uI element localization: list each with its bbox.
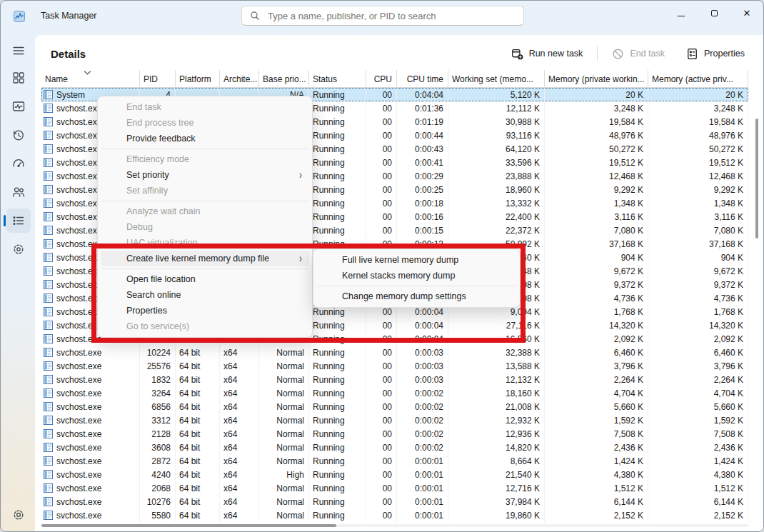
column-header-mem_private[interactable]: Memory (private workin...	[545, 70, 648, 87]
table-row[interactable]: svchost.exe685664 bitx64NormalRunning000…	[41, 400, 748, 413]
horizontal-scrollbar-thumb[interactable]	[41, 524, 336, 527]
sidebar-item-startup-apps[interactable]	[6, 151, 31, 176]
search-icon	[250, 11, 260, 21]
cell-cpu_time: 0:00:16	[397, 210, 448, 224]
cell-mem_private: 1,592 K	[545, 413, 648, 427]
submenu-item-full-live-kernel-memory-dump[interactable]: Full live kernel memory dump	[316, 252, 517, 268]
context-menu-item-set-priority[interactable]: Set priority›	[101, 167, 309, 183]
navigation-menu-button[interactable]	[6, 39, 31, 63]
maximize-button[interactable]	[698, 1, 730, 25]
cell-working_set: 12,936 K	[448, 427, 545, 441]
context-menu-item-label: Search online	[126, 290, 302, 300]
cell-cpu: 00	[366, 346, 397, 359]
cell-mem_active: 5,660 K	[648, 400, 748, 413]
sidebar-item-users[interactable]	[6, 180, 31, 204]
column-header-cpu_time[interactable]: CPU time	[397, 70, 448, 87]
sidebar-item-details[interactable]	[6, 209, 31, 233]
app-window-icon	[44, 348, 53, 357]
cell-arch: x64	[220, 468, 259, 481]
column-header-cpu[interactable]: CPU	[366, 70, 397, 87]
cell-name: svchost.exe	[41, 400, 140, 413]
process-name: svchost.exe	[56, 104, 101, 114]
table-row[interactable]: svchost.exe326464 bitx64NormalRunning000…	[41, 386, 748, 400]
cell-mem_active: 1,424 K	[648, 454, 748, 468]
context-menu-item-create-live-kernel-memory-dump-file[interactable]: Create live kernel memory dump file›	[101, 251, 309, 266]
column-header-working_set[interactable]: Working set (memo...	[448, 70, 545, 87]
cell-working_set: 5,120 K	[448, 88, 545, 101]
cell-priority: Normal	[259, 508, 309, 522]
column-header-arch[interactable]: Archite...	[220, 70, 259, 87]
app-window-icon	[44, 402, 53, 411]
cell-mem_private: 50,272 K	[545, 142, 648, 156]
context-menu-item-properties[interactable]: Properties	[101, 303, 309, 318]
table-row[interactable]: svchost.exe1027664 bitx64NormalRunning00…	[41, 495, 748, 508]
column-header-priority[interactable]: Base prio...	[259, 70, 309, 87]
cell-mem_private: 3,116 K	[545, 210, 648, 224]
cell-cpu: 00	[366, 386, 397, 400]
cell-arch: x64	[220, 427, 259, 441]
minimize-button[interactable]	[665, 1, 698, 25]
cell-mem_active: 50,272 K	[648, 142, 748, 156]
search-input[interactable]	[266, 10, 516, 22]
context-menu-item-open-file-location[interactable]: Open file location	[101, 271, 309, 287]
table-row[interactable]: svchost.exe206864 bitx64NormalRunning000…	[41, 481, 748, 495]
properties-button[interactable]: Properties	[679, 44, 752, 64]
cell-mem_active: 2,264 K	[648, 373, 748, 386]
cell-cpu_time: 0:00:02	[397, 400, 448, 413]
app-window-icon	[44, 199, 53, 208]
cell-mem_private: 4,704 K	[545, 386, 648, 400]
context-menu-item-search-online[interactable]: Search online	[101, 287, 309, 303]
table-row[interactable]: svchost.exe331264 bitx64NormalRunning000…	[41, 413, 748, 427]
sidebar-item-services[interactable]	[6, 237, 31, 261]
cell-mem_private: 3,248 K	[545, 101, 648, 115]
sidebar-item-app-history[interactable]	[6, 123, 31, 147]
search-box[interactable]	[241, 6, 524, 26]
cell-pid: 3264	[140, 386, 176, 400]
cell-mem_private: 3,796 K	[545, 359, 648, 373]
sidebar-item-settings[interactable]	[6, 503, 31, 527]
cell-platform: 64 bit	[176, 441, 220, 454]
sidebar-item-processes[interactable]	[6, 66, 31, 90]
process-name: svchost.exe	[56, 361, 101, 371]
hamburger-icon	[11, 44, 26, 58]
close-button[interactable]: ✕	[730, 1, 763, 25]
toolbar-divider	[597, 46, 598, 61]
table-row[interactable]: svchost.exe360864 bitx64NormalRunning000…	[41, 441, 748, 454]
cell-cpu_time: 0:00:03	[397, 373, 448, 386]
run-new-task-button[interactable]: Run new task	[504, 44, 590, 64]
table-row[interactable]: svchost.exe558064 bitx64NormalRunning000…	[41, 508, 748, 522]
column-header-mem_active[interactable]: Memory (active priv...	[648, 70, 748, 87]
cell-platform: 64 bit	[176, 468, 220, 481]
app-window-icon	[44, 334, 53, 343]
table-row[interactable]: svchost.exe424064 bitx64HighRunning000:0…	[41, 468, 748, 481]
vertical-scrollbar-thumb[interactable]	[755, 119, 758, 239]
cell-name: svchost.exe	[41, 386, 140, 400]
table-row[interactable]: svchost.exe183264 bitx64NormalRunning000…	[41, 373, 748, 386]
context-menu-item-label: Analyze wait chain	[126, 206, 302, 216]
cell-pid: 4240	[140, 468, 176, 481]
table-row[interactable]: svchost.exe212864 bitx64NormalRunning000…	[41, 427, 748, 441]
table-row[interactable]: svchost.exe1022464 bitx64NormalRunning00…	[41, 346, 748, 359]
cell-cpu: 00	[366, 468, 397, 481]
submenu-item-kernel-stacks-memory-dump[interactable]: Kernel stacks memory dump	[316, 268, 517, 283]
app-window-icon	[44, 511, 53, 520]
column-header-platform[interactable]: Platform	[176, 70, 220, 87]
app-window-icon	[44, 90, 53, 99]
sidebar-item-performance[interactable]	[6, 94, 31, 119]
process-name: svchost.exe	[56, 131, 101, 141]
close-icon: ✕	[743, 8, 751, 19]
process-name: svchost.exe	[56, 293, 101, 303]
table-row[interactable]: svchost.exe287264 bitx64NormalRunning000…	[41, 454, 748, 468]
cell-working_set: 23,888 K	[448, 169, 545, 183]
table-row[interactable]: svchost.exe2557664 bitx64NormalRunning00…	[41, 359, 748, 373]
cell-pid: 2128	[140, 427, 176, 441]
app-window-icon	[44, 117, 53, 126]
column-header-status[interactable]: Status	[309, 70, 366, 87]
submenu-item-change-memory-dump-settings[interactable]: Change memory dump settings	[316, 288, 517, 304]
cell-pid: 2068	[140, 481, 176, 495]
cell-status: Running	[309, 224, 366, 237]
horizontal-scrollbar[interactable]	[41, 524, 748, 527]
cell-name: svchost.exe	[41, 427, 140, 441]
context-menu-item-provide-feedback[interactable]: Provide feedback	[101, 131, 309, 146]
column-header-pid[interactable]: PID	[140, 70, 176, 87]
